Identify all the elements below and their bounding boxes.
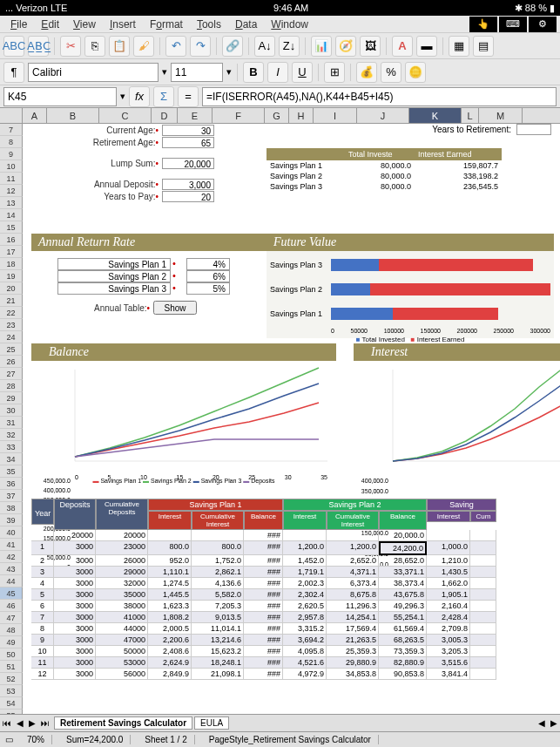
settings-button[interactable]: ⚙ <box>529 17 557 32</box>
years-to-pay-value[interactable]: 20 <box>162 191 214 202</box>
italic-button[interactable]: I <box>267 62 288 83</box>
row-25[interactable]: 25 <box>0 343 23 356</box>
row-36[interactable]: 36 <box>0 478 23 490</box>
row-31[interactable]: 31 <box>0 417 23 429</box>
zoom-level[interactable]: 70% <box>20 735 52 744</box>
sum-icon[interactable]: Σ <box>153 86 174 107</box>
row-54[interactable]: 54 <box>0 697 23 710</box>
show-button[interactable]: Show <box>153 301 197 315</box>
row-26[interactable]: 26 <box>0 356 23 368</box>
col-L[interactable]: L <box>462 108 479 123</box>
row-10[interactable]: 10 <box>0 160 23 173</box>
tab-last-icon[interactable]: ⏭ <box>38 718 52 728</box>
cut-icon[interactable]: ✂ <box>60 36 81 57</box>
formula-input[interactable] <box>202 87 557 106</box>
table-row[interactable]: 10 3000 50000 2,408.6 15,623.2 ### 4,095… <box>31 646 496 657</box>
col-M[interactable]: M <box>479 108 523 123</box>
table-row[interactable]: 7 3000 41000 1,808.2 9,013.5 ### 2,957.8… <box>31 612 496 623</box>
col-F[interactable]: F <box>213 108 265 123</box>
menu-edit[interactable]: Edit <box>34 18 66 31</box>
row-headers[interactable]: 7891011121314151617181920212223242526272… <box>0 124 23 716</box>
redo-icon[interactable]: ↷ <box>190 36 211 57</box>
row-19[interactable]: 19 <box>0 270 23 282</box>
copy-icon[interactable]: ⎘ <box>84 36 105 57</box>
number-format-icon[interactable]: 🪙 <box>405 62 426 83</box>
current-age-value[interactable]: 30 <box>162 125 214 136</box>
row-35[interactable]: 35 <box>0 465 23 478</box>
col-I[interactable]: I <box>314 108 357 123</box>
menu-window[interactable]: Window <box>264 18 315 31</box>
annual-deposit-value[interactable]: 3,000 <box>162 179 214 190</box>
select-all-corner[interactable] <box>0 108 23 123</box>
sort-asc-icon[interactable]: A↓ <box>254 36 275 57</box>
row-37[interactable]: 37 <box>0 490 23 502</box>
underline-button[interactable]: U <box>292 62 313 83</box>
row-9[interactable]: 9 <box>0 148 23 160</box>
font-dropdown-icon[interactable]: ▾ <box>162 66 167 78</box>
col-J[interactable]: J <box>357 108 409 123</box>
insert-mode-icon[interactable]: ▭ <box>5 735 13 744</box>
row-28[interactable]: 28 <box>0 380 23 392</box>
row-21[interactable]: 21 <box>0 295 23 307</box>
row-39[interactable]: 39 <box>0 514 23 526</box>
name-box[interactable] <box>3 87 117 106</box>
columns-icon[interactable]: ▦ <box>449 36 469 57</box>
row-52[interactable]: 52 <box>0 673 23 685</box>
styles-icon[interactable]: ¶ <box>3 62 24 83</box>
tab-calculator[interactable]: Retirement Savings Calculator <box>54 716 192 730</box>
bold-button[interactable]: B <box>243 62 264 83</box>
row-16[interactable]: 16 <box>0 234 23 246</box>
pointer-mode-button[interactable]: 👆 <box>469 17 497 32</box>
row-40[interactable]: 40 <box>0 526 23 539</box>
table-row[interactable]: 6 3000 38000 1,623.3 7,205.3 ### 2,620.5… <box>31 601 496 612</box>
gallery-icon[interactable]: 🖼 <box>360 36 381 57</box>
col-B[interactable]: B <box>47 108 99 123</box>
col-A[interactable]: A <box>23 108 47 123</box>
col-H[interactable]: H <box>289 108 314 123</box>
row-51[interactable]: 51 <box>0 661 23 673</box>
menu-insert[interactable]: Insert <box>103 18 143 31</box>
tab-eula[interactable]: EULA <box>194 716 229 730</box>
undo-icon[interactable]: ↶ <box>165 36 186 57</box>
col-G[interactable]: G <box>265 108 289 123</box>
row-12[interactable]: 12 <box>0 185 23 197</box>
row-47[interactable]: 47 <box>0 612 23 624</box>
row-30[interactable]: 30 <box>0 404 23 417</box>
function-wizard-icon[interactable]: fx <box>129 86 150 107</box>
table-row[interactable]: 11 3000 53000 2,624.9 18,248.1 ### 4,521… <box>31 657 496 669</box>
col-E[interactable]: E <box>178 108 213 123</box>
row-15[interactable]: 15 <box>0 221 23 234</box>
sort-desc-icon[interactable]: Z↓ <box>279 36 300 57</box>
row-13[interactable]: 13 <box>0 197 23 209</box>
row-8[interactable]: 8 <box>0 136 23 148</box>
menu-format[interactable]: Format <box>143 18 190 31</box>
table-row[interactable]: 20000 20000 ### 20,000.0 <box>31 530 496 541</box>
row-34[interactable]: 34 <box>0 453 23 465</box>
keyboard-button[interactable]: ⌨ <box>499 17 527 32</box>
menu-file[interactable]: File <box>3 18 34 31</box>
table-row[interactable]: 3 3000 29000 1,110.1 2,862.1 ### 1,719.1… <box>31 567 496 578</box>
row-11[interactable]: 11 <box>0 173 23 185</box>
table-row[interactable]: 8 3000 44000 2,000.5 11,014.1 ### 3,315.… <box>31 623 496 635</box>
spellcheck-icon[interactable]: ABC <box>3 36 24 57</box>
row-49[interactable]: 49 <box>0 636 23 649</box>
table-row[interactable]: 4 3000 32000 1,274.5 4,136.6 ### 2,002.3… <box>31 578 496 589</box>
table-row[interactable]: 12 3000 56000 2,849.9 21,098.1 ### 4,972… <box>31 669 496 680</box>
merge-cells-icon[interactable]: ⊞ <box>324 62 345 83</box>
row-18[interactable]: 18 <box>0 258 23 270</box>
row-44[interactable]: 44 <box>0 575 23 587</box>
size-dropdown-icon[interactable]: ▾ <box>226 66 232 78</box>
highlight-icon[interactable]: ▬ <box>416 36 437 57</box>
name-dropdown-icon[interactable]: ▾ <box>120 91 125 102</box>
autospell-icon[interactable]: A̲B̲C̲ <box>28 36 49 57</box>
col-K[interactable]: K <box>409 108 462 123</box>
tab-prev-icon[interactable]: ◀ <box>14 718 26 728</box>
chart-icon[interactable]: 📊 <box>311 36 332 57</box>
column-headers[interactable]: A B C D E F G H I J K L M <box>0 108 560 124</box>
row-17[interactable]: 17 <box>0 246 23 258</box>
tab-first-icon[interactable]: ⏮ <box>0 718 14 728</box>
row-20[interactable]: 20 <box>0 282 23 295</box>
row-14[interactable]: 14 <box>0 209 23 221</box>
currency-icon[interactable]: 💰 <box>356 62 377 83</box>
col-C[interactable]: C <box>99 108 152 123</box>
